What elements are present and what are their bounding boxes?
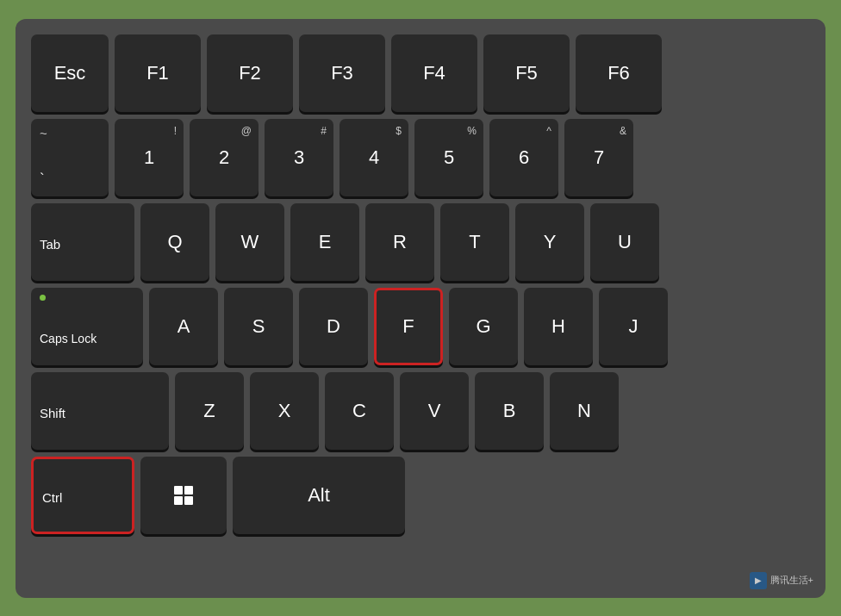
- watermark: ▶ 腾讯生活+: [750, 572, 813, 589]
- key-b[interactable]: B: [475, 372, 544, 450]
- key-n[interactable]: N: [550, 372, 619, 450]
- key-y[interactable]: Y: [515, 203, 584, 281]
- key-f1[interactable]: F1: [115, 34, 201, 112]
- key-4[interactable]: $ 4: [340, 119, 408, 196]
- key-ctrl[interactable]: Ctrl: [31, 457, 134, 534]
- key-f2[interactable]: F2: [207, 34, 293, 112]
- fn-row: Esc F1 F2 F3 F4 F5 F6: [31, 34, 810, 112]
- watermark-text: 腾讯生活+: [770, 574, 813, 587]
- key-v[interactable]: V: [400, 372, 469, 450]
- key-r[interactable]: R: [365, 203, 434, 281]
- key-u[interactable]: U: [590, 203, 659, 281]
- key-w[interactable]: W: [215, 203, 284, 281]
- key-f4[interactable]: F4: [391, 34, 477, 112]
- key-f5[interactable]: F5: [483, 34, 570, 112]
- key-f6[interactable]: F6: [576, 34, 662, 112]
- num-row: ~ ` ! 1 @ 2 # 3 $ 4 % 5 ^ 6 & 7: [31, 119, 810, 196]
- keyboard: Esc F1 F2 F3 F4 F5 F6 ~ ` ! 1 @ 2 # 3 $ …: [16, 19, 825, 598]
- asdf-row: Caps Lock A S D F G H J: [31, 288, 810, 365]
- key-7[interactable]: & 7: [564, 119, 633, 196]
- key-q[interactable]: Q: [140, 203, 209, 281]
- key-g[interactable]: G: [449, 288, 518, 365]
- key-esc[interactable]: Esc: [31, 34, 109, 112]
- key-a[interactable]: A: [149, 288, 218, 365]
- bottom-row: Ctrl Alt: [31, 457, 810, 534]
- key-1[interactable]: ! 1: [115, 119, 184, 196]
- key-5[interactable]: % 5: [414, 119, 483, 196]
- key-s[interactable]: S: [224, 288, 293, 365]
- key-alt[interactable]: Alt: [233, 457, 405, 534]
- key-x[interactable]: X: [250, 372, 319, 450]
- key-f3[interactable]: F3: [299, 34, 385, 112]
- key-t[interactable]: T: [440, 203, 509, 281]
- watermark-icon: ▶: [750, 572, 767, 589]
- key-tab[interactable]: Tab: [31, 203, 134, 281]
- key-e[interactable]: E: [290, 203, 359, 281]
- key-3[interactable]: # 3: [265, 119, 333, 196]
- key-capslock[interactable]: Caps Lock: [31, 288, 143, 365]
- zxcv-row: Shift Z X C V B N: [31, 372, 810, 450]
- qwerty-row: Tab Q W E R T Y U: [31, 203, 810, 281]
- key-d[interactable]: D: [299, 288, 368, 365]
- key-win[interactable]: [140, 457, 227, 534]
- key-tilde[interactable]: ~ `: [31, 119, 109, 196]
- key-f[interactable]: F: [374, 288, 443, 365]
- key-shift[interactable]: Shift: [31, 372, 169, 450]
- key-2[interactable]: @ 2: [190, 119, 259, 196]
- windows-icon: [174, 486, 193, 505]
- key-j[interactable]: J: [599, 288, 668, 365]
- key-z[interactable]: Z: [175, 372, 244, 450]
- capslock-led: [40, 295, 46, 301]
- key-6[interactable]: ^ 6: [489, 119, 558, 196]
- key-h[interactable]: H: [524, 288, 593, 365]
- key-c[interactable]: C: [325, 372, 394, 450]
